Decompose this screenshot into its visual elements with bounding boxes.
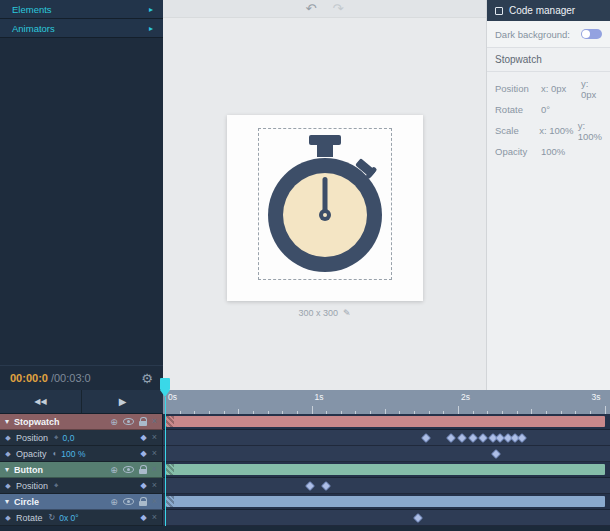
chevron-right-icon: ▸ bbox=[149, 24, 153, 33]
keyframe-diamond[interactable] bbox=[321, 481, 331, 491]
timeline-row-circle: ▾Circle⊕× bbox=[0, 494, 610, 510]
property-track[interactable] bbox=[163, 510, 610, 526]
keyframe-diamond[interactable] bbox=[457, 433, 467, 443]
property-label-row[interactable]: ◆Position⌖0,0◆× bbox=[0, 430, 163, 446]
property-label: Opacity bbox=[495, 146, 541, 157]
close-icon[interactable]: × bbox=[152, 449, 157, 458]
property-label-row[interactable]: ◆Position⌖◆× bbox=[0, 478, 163, 494]
eye-icon[interactable] bbox=[123, 498, 134, 505]
canvas-area[interactable]: ↶ ↷ bbox=[163, 0, 487, 390]
keyframe-diamond[interactable] bbox=[413, 513, 423, 523]
position-icon: ⌖ bbox=[54, 433, 59, 443]
timeline-ruler[interactable]: 0s1s2s3s bbox=[163, 390, 610, 414]
layer-label[interactable]: ▾Stopwatch⊕× bbox=[0, 414, 163, 430]
timeline-track-bar[interactable] bbox=[165, 464, 605, 475]
app-window: Elements ▸ Animators ▸ 00:00:0 / 00:03:0… bbox=[0, 0, 610, 531]
move-icon[interactable]: ⊕ bbox=[110, 417, 118, 427]
play-button[interactable]: ▶ bbox=[81, 390, 163, 413]
property-value: 0° bbox=[541, 104, 581, 115]
property-name: Opacity bbox=[16, 449, 47, 459]
close-icon[interactable]: × bbox=[152, 465, 157, 474]
timeline-row-opacity: ◆Opacity◐100 %◆× bbox=[0, 446, 610, 462]
layer-track[interactable] bbox=[163, 494, 610, 510]
total-time: 00:03:0 bbox=[54, 372, 91, 384]
dark-background-toggle[interactable] bbox=[581, 29, 602, 39]
timeline-panel: ◀◀ ▶ 0s1s2s3s ▾Stopwatch⊕×◆Position⌖0,0◆… bbox=[0, 390, 610, 531]
ruler-tick bbox=[458, 406, 459, 414]
edit-size-icon[interactable]: ✎ bbox=[343, 308, 351, 318]
property-value-y: y: 0px bbox=[581, 78, 602, 100]
dark-background-row: Dark background: bbox=[487, 21, 610, 48]
playhead-marker[interactable] bbox=[160, 378, 170, 397]
layer-label[interactable]: ▾Circle⊕× bbox=[0, 494, 163, 510]
ruler-tick bbox=[312, 406, 313, 414]
keyframe-diamond[interactable] bbox=[491, 449, 501, 459]
code-manager-button[interactable]: Code manager bbox=[487, 0, 610, 21]
add-keyframe-icon[interactable]: ◆ bbox=[141, 449, 147, 458]
ruler-tick bbox=[605, 406, 606, 414]
lock-icon[interactable] bbox=[139, 465, 147, 474]
collapse-icon[interactable]: ▾ bbox=[0, 465, 14, 474]
property-value[interactable]: 0x 0° bbox=[59, 513, 78, 523]
add-keyframe-icon[interactable]: ◆ bbox=[141, 481, 147, 490]
undo-icon[interactable]: ↶ bbox=[306, 2, 317, 15]
property-value[interactable]: 0,0 bbox=[63, 433, 75, 443]
sidebar-item-elements[interactable]: Elements ▸ bbox=[0, 0, 163, 19]
move-icon[interactable]: ⊕ bbox=[110, 497, 118, 507]
timeline-track-bar[interactable] bbox=[165, 416, 605, 427]
timeline-row-position: ◆Position⌖◆× bbox=[0, 478, 610, 494]
property-value[interactable]: 100 % bbox=[61, 449, 85, 459]
property-label-row[interactable]: ◆Opacity◐100 %◆× bbox=[0, 446, 163, 462]
property-row-position: Position x: 0px y: 0px bbox=[495, 78, 602, 99]
close-icon[interactable]: × bbox=[152, 433, 157, 442]
rewind-button[interactable]: ◀◀ bbox=[0, 390, 81, 413]
layer-track[interactable] bbox=[163, 414, 610, 430]
lock-icon[interactable] bbox=[139, 497, 147, 506]
position-icon: ⌖ bbox=[54, 481, 59, 491]
keyframe-bullet-icon: ◆ bbox=[0, 514, 16, 522]
close-icon[interactable]: × bbox=[152, 513, 157, 522]
eye-icon[interactable] bbox=[123, 418, 134, 425]
eye-icon[interactable] bbox=[123, 466, 134, 473]
sidebar-item-label: Elements bbox=[12, 4, 52, 15]
redo-icon[interactable]: ↷ bbox=[333, 2, 344, 15]
keyframe-diamond[interactable] bbox=[478, 433, 488, 443]
property-row-opacity: Opacity 100% bbox=[495, 141, 602, 162]
code-manager-label: Code manager bbox=[509, 5, 575, 16]
property-label-row[interactable]: ◆Rotate↻0x 0°◆× bbox=[0, 510, 163, 526]
code-manager-icon bbox=[495, 7, 503, 15]
layer-name: Stopwatch bbox=[14, 417, 60, 427]
layer-label[interactable]: ▾Button⊕× bbox=[0, 462, 163, 478]
close-icon[interactable]: × bbox=[152, 497, 157, 506]
stopwatch-selection[interactable] bbox=[258, 128, 392, 280]
keyframe-diamond[interactable] bbox=[518, 433, 528, 443]
property-value-y: y: 100% bbox=[578, 120, 602, 142]
rotate-icon: ↻ bbox=[49, 513, 56, 522]
add-keyframe-icon[interactable]: ◆ bbox=[141, 513, 147, 522]
property-track[interactable] bbox=[163, 430, 610, 446]
property-track[interactable] bbox=[163, 478, 610, 494]
sidebar-item-animators[interactable]: Animators ▸ bbox=[0, 19, 163, 38]
keyframe-diamond[interactable] bbox=[421, 433, 431, 443]
add-keyframe-icon[interactable]: ◆ bbox=[141, 433, 147, 442]
property-label: Rotate bbox=[495, 104, 541, 115]
timeline-track-bar[interactable] bbox=[165, 496, 605, 507]
artboard[interactable] bbox=[227, 115, 423, 301]
property-label: Position bbox=[495, 83, 541, 94]
property-track[interactable] bbox=[163, 446, 610, 462]
keyframe-diamond[interactable] bbox=[468, 433, 478, 443]
toggle-knob bbox=[582, 30, 590, 38]
collapse-icon[interactable]: ▾ bbox=[0, 417, 14, 426]
layer-track[interactable] bbox=[163, 462, 610, 478]
keyframe-diamond[interactable] bbox=[446, 433, 456, 443]
lock-icon[interactable] bbox=[139, 417, 147, 426]
move-icon[interactable]: ⊕ bbox=[110, 465, 118, 475]
collapse-icon[interactable]: ▾ bbox=[0, 497, 14, 506]
gear-icon[interactable]: ⚙ bbox=[141, 371, 153, 386]
keyframe-diamond[interactable] bbox=[305, 481, 315, 491]
close-icon[interactable]: × bbox=[152, 481, 157, 490]
close-icon[interactable]: × bbox=[152, 417, 157, 426]
sidebar-empty-area bbox=[0, 38, 163, 365]
artboard-size-text: 300 x 300 bbox=[298, 308, 338, 318]
layer-name: Button bbox=[14, 465, 43, 475]
